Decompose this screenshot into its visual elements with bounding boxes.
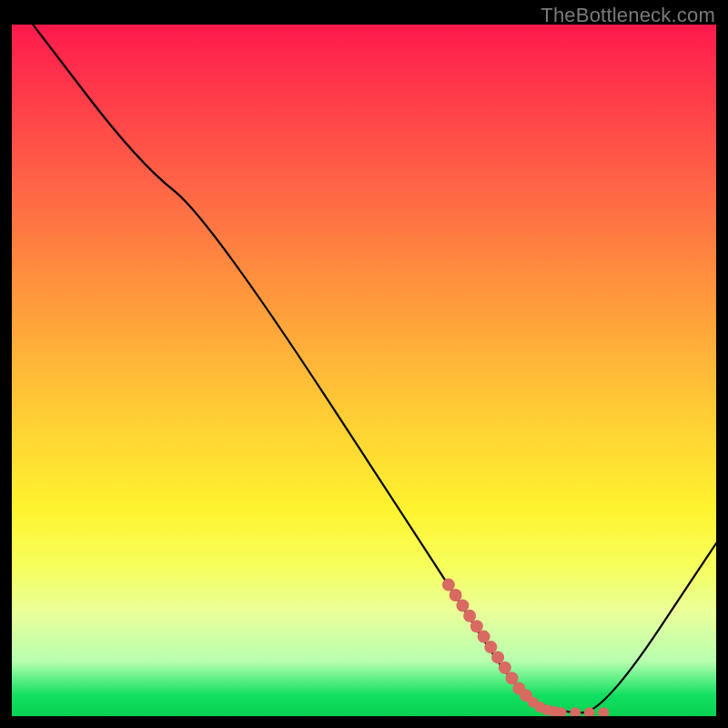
chart-frame <box>12 25 716 716</box>
marker-dot <box>499 662 511 674</box>
marker-dot <box>491 651 504 663</box>
marker-dot <box>450 589 462 602</box>
marker-dot <box>570 707 581 716</box>
curve-line <box>33 25 716 713</box>
chart-svg <box>12 25 716 716</box>
marker-dot <box>442 579 455 592</box>
marker-dot <box>463 610 476 622</box>
marker-dot <box>506 672 519 684</box>
marker-group <box>442 579 609 716</box>
marker-dot <box>598 707 609 716</box>
marker-dot <box>456 599 469 612</box>
marker-dot <box>478 631 490 643</box>
marker-dot <box>484 641 497 653</box>
marker-dot <box>470 620 483 632</box>
